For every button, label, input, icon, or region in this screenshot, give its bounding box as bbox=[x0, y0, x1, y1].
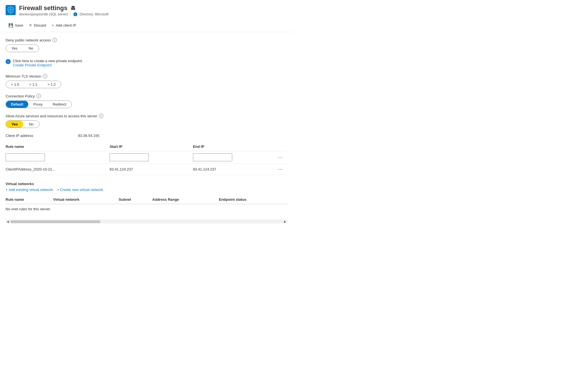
tls-label: Minimum TLS Version i bbox=[6, 74, 287, 78]
azure-sql-logo: ! bbox=[6, 5, 16, 15]
row-end-ip: 83.41.124.237 bbox=[193, 164, 276, 175]
vnet-col-endpoint-status: Endpoint status bbox=[219, 195, 288, 204]
deny-public-info-icon[interactable]: i bbox=[52, 38, 57, 42]
add-client-ip-button[interactable]: + Add client IP bbox=[49, 21, 79, 29]
row-actions-cell: ⋯ bbox=[276, 164, 287, 175]
discard-icon: ✕ bbox=[29, 23, 32, 27]
discard-label: Discard bbox=[34, 23, 46, 27]
directory-info-icon: i bbox=[73, 12, 77, 16]
allow-azure-yes-button[interactable]: Yes bbox=[6, 121, 23, 128]
db-name: devsecopsopsundb (SQL server) bbox=[19, 12, 68, 16]
deny-public-toggle-group: Yes No bbox=[6, 45, 39, 52]
save-icon: 💾 bbox=[8, 23, 13, 27]
tls-section: Minimum TLS Version i > 1.0 > 1.1 > 1.2 bbox=[6, 74, 287, 88]
save-button[interactable]: 💾 Save bbox=[6, 21, 26, 29]
save-label: Save bbox=[15, 23, 23, 27]
add-icon: + bbox=[52, 23, 54, 27]
input-row-actions-cell: ⋯ bbox=[276, 151, 287, 164]
connection-policy-section: Connection Policy i Default Proxy Redire… bbox=[6, 94, 287, 108]
vnet-no-rules-cell: No vnet rules for this server. bbox=[6, 204, 287, 214]
input-end-ip-cell bbox=[193, 151, 276, 164]
vnet-col-rule-name: Rule name bbox=[6, 195, 53, 204]
deny-public-no-button[interactable]: No bbox=[23, 45, 39, 52]
vnet-no-rules-row: No vnet rules for this server. bbox=[6, 204, 287, 214]
allow-azure-section: Allow Azure services and resources to ac… bbox=[6, 114, 287, 128]
table-row: ClientIPAddress_2020-10-21... 83.41.124.… bbox=[6, 164, 287, 175]
connection-policy-proxy-button[interactable]: Proxy bbox=[28, 101, 48, 108]
pipe-separator: | bbox=[70, 12, 71, 16]
row-ellipsis-button[interactable]: ⋯ bbox=[276, 166, 284, 172]
connection-policy-toggle-group: Default Proxy Redirect bbox=[6, 101, 72, 108]
start-ip-input[interactable] bbox=[110, 153, 149, 161]
create-new-vnet-link[interactable]: + Create new virtual network bbox=[57, 188, 103, 192]
vnet-table-header: Rule name Virtual network Subnet Address… bbox=[6, 195, 287, 204]
add-existing-vnet-link[interactable]: + Add existing virtual network bbox=[6, 188, 53, 192]
scrollbar-right-arrow[interactable]: ▶ bbox=[283, 220, 287, 223]
row-rule-name: ClientIPAddress_2020-10-21... bbox=[6, 164, 110, 175]
vnet-col-address-range: Address Range bbox=[152, 195, 219, 204]
tls-12-button[interactable]: > 1.2 bbox=[43, 81, 61, 88]
client-ip-value: 83.38.54.155 bbox=[78, 134, 99, 138]
add-client-ip-label: Add client IP bbox=[56, 23, 76, 27]
page-title: Firewall settings bbox=[19, 4, 67, 12]
header-subtitle: devsecopsopsundb (SQL server) | i Direct… bbox=[19, 12, 108, 16]
vnet-col-subnet: Subnet bbox=[119, 195, 152, 204]
input-start-ip-cell bbox=[110, 151, 193, 164]
connection-policy-text: Connection Policy bbox=[6, 94, 35, 98]
main-content: Deny public network access i Yes No i Cl… bbox=[0, 32, 293, 229]
deny-public-text: Deny public network access bbox=[6, 38, 51, 42]
end-ip-input[interactable] bbox=[193, 153, 232, 161]
rules-table-header: Rule name Start IP End IP bbox=[6, 142, 287, 151]
vnet-title: Virtual networks bbox=[6, 182, 287, 186]
vnet-col-virtual-network: Virtual network bbox=[53, 195, 119, 204]
connection-policy-default-button[interactable]: Default bbox=[6, 101, 28, 108]
toolbar: 💾 Save ✕ Discard + Add client IP bbox=[0, 18, 293, 32]
discard-button[interactable]: ✕ Discard bbox=[26, 21, 49, 29]
input-rule-name-cell bbox=[6, 151, 110, 164]
col-rule-name: Rule name bbox=[6, 142, 110, 151]
header: ! Firewall settings 🖶 devsecopsopsundb (… bbox=[0, 0, 293, 16]
horizontal-scrollbar[interactable]: ◀ ▶ bbox=[6, 220, 287, 223]
info-banner-text: Click here to create a new private endpo… bbox=[13, 59, 83, 63]
create-private-endpoint-link[interactable]: Create Private Endpoint bbox=[13, 63, 52, 67]
deny-public-yes-button[interactable]: Yes bbox=[6, 45, 23, 52]
svg-text:!: ! bbox=[10, 8, 11, 12]
scrollbar-left-arrow[interactable]: ◀ bbox=[6, 220, 10, 223]
vnet-links: + Add existing virtual network + Create … bbox=[6, 188, 287, 192]
client-ip-label: Client IP address bbox=[6, 134, 33, 138]
firewall-rules-table: Rule name Start IP End IP bbox=[6, 142, 287, 175]
virtual-networks-section: Virtual networks + Add existing virtual … bbox=[6, 182, 287, 214]
info-banner-content: Click here to create a new private endpo… bbox=[13, 59, 83, 67]
rule-name-input[interactable] bbox=[6, 153, 45, 161]
firewall-input-row: ⋯ bbox=[6, 151, 287, 164]
scrollbar-thumb[interactable] bbox=[11, 220, 100, 223]
col-end-ip: End IP bbox=[193, 142, 276, 151]
info-banner-icon: i bbox=[6, 59, 11, 64]
allow-azure-info-icon[interactable]: i bbox=[99, 114, 103, 118]
tls-11-button[interactable]: > 1.1 bbox=[24, 81, 42, 88]
directory-label: Directory: Microsoft bbox=[80, 12, 108, 16]
col-actions bbox=[276, 142, 287, 151]
no-rules-text: No vnet rules for this server. bbox=[6, 204, 51, 214]
tls-text: Minimum TLS Version bbox=[6, 74, 41, 78]
tls-info-icon[interactable]: i bbox=[43, 74, 47, 78]
header-title-row: Firewall settings 🖶 bbox=[19, 4, 108, 12]
allow-azure-label: Allow Azure services and resources to ac… bbox=[6, 114, 287, 118]
tls-toggle-group: > 1.0 > 1.1 > 1.2 bbox=[6, 81, 61, 88]
client-ip-row: Client IP address 83.38.54.155 bbox=[6, 134, 287, 138]
col-start-ip: Start IP bbox=[110, 142, 193, 151]
connection-policy-label: Connection Policy i bbox=[6, 94, 287, 98]
vnet-table: Rule name Virtual network Subnet Address… bbox=[6, 195, 287, 214]
connection-policy-info-icon[interactable]: i bbox=[36, 94, 41, 98]
tls-10-button[interactable]: > 1.0 bbox=[6, 81, 24, 88]
allow-azure-toggle-group: Yes No bbox=[6, 120, 39, 128]
allow-azure-no-button[interactable]: No bbox=[23, 121, 39, 128]
input-row-ellipsis-button[interactable]: ⋯ bbox=[276, 154, 284, 161]
deny-public-label: Deny public network access i bbox=[6, 38, 287, 42]
vnet-links-spacer bbox=[54, 188, 56, 192]
connection-policy-redirect-button[interactable]: Redirect bbox=[48, 101, 71, 108]
row-start-ip: 83.41.124.237 bbox=[110, 164, 193, 175]
allow-azure-text: Allow Azure services and resources to ac… bbox=[6, 114, 97, 118]
header-text: Firewall settings 🖶 devsecopsopsundb (SQ… bbox=[19, 4, 108, 16]
print-icon[interactable]: 🖶 bbox=[71, 5, 76, 11]
